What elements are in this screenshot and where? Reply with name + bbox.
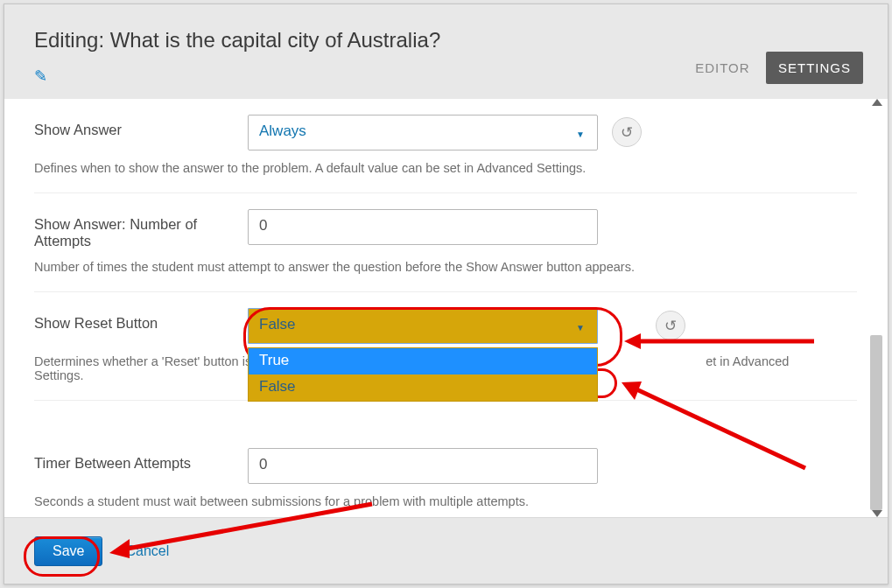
dropdown-list: True False (248, 347, 598, 402)
reset-show-reset-button[interactable]: ↺ (656, 311, 685, 340)
select-value: False (259, 316, 296, 332)
undo-icon: ↺ (664, 317, 677, 335)
setting-hint: Defines when to show the answer to the p… (34, 161, 839, 175)
dropdown-option-true[interactable]: True (249, 348, 597, 374)
select-value: Always (259, 122, 306, 139)
undo-icon: ↺ (621, 123, 633, 142)
page-title: Editing: What is the capital city of Aus… (34, 28, 858, 52)
caret-down-icon: ▼ (576, 323, 585, 332)
timer-between-attempts-input[interactable]: 0 (248, 448, 598, 484)
settings-scroll-area: Show Answer Always ▼ ↺ Defines when to s… (4, 99, 888, 517)
modal-footer: Save Cancel (4, 517, 888, 584)
input-value: 0 (259, 456, 267, 472)
editor-settings-modal: Editing: What is the capital city of Aus… (4, 4, 888, 584)
setting-row-show-answer-attempts: Show Answer: Number of Attempts 0 Number… (34, 193, 857, 292)
edit-title-icon[interactable]: ✎ (34, 66, 47, 86)
vertical-scrollbar[interactable] (868, 99, 884, 517)
save-button[interactable]: Save (34, 536, 102, 566)
header-tabs: EDITOR SETTINGS (683, 52, 863, 84)
setting-hint: Seconds a student must wait between subm… (34, 494, 839, 508)
tab-settings[interactable]: SETTINGS (766, 52, 863, 84)
cancel-button[interactable]: Cancel (125, 543, 169, 559)
input-value: 0 (259, 217, 267, 234)
tab-editor[interactable]: EDITOR (683, 52, 762, 84)
setting-label: Show Reset Button (34, 308, 248, 332)
show-reset-button-select[interactable]: False ▼ True False (248, 308, 598, 344)
setting-row-show-reset-button: Show Reset Button False ▼ True False ↺ D (34, 292, 857, 401)
setting-row-timer-between-attempts: Timer Between Attempts 0 Seconds a stude… (34, 432, 857, 517)
show-answer-attempts-input[interactable]: 0 (248, 209, 598, 245)
scroll-down-icon (872, 510, 882, 517)
setting-hint: Number of times the student must attempt… (34, 260, 839, 274)
show-answer-select[interactable]: Always ▼ (248, 115, 598, 150)
setting-label: Show Answer: Number of Attempts (34, 209, 248, 249)
scroll-up-icon (872, 99, 882, 106)
modal-header: Editing: What is the capital city of Aus… (4, 4, 888, 99)
dropdown-option-false[interactable]: False (249, 374, 597, 401)
scroll-thumb[interactable] (870, 335, 882, 510)
setting-row-show-answer: Show Answer Always ▼ ↺ Defines when to s… (34, 99, 857, 193)
caret-down-icon: ▼ (576, 130, 585, 139)
setting-label: Timer Between Attempts (34, 448, 248, 472)
setting-label: Show Answer (34, 115, 248, 138)
reset-show-answer-button[interactable]: ↺ (612, 117, 642, 147)
